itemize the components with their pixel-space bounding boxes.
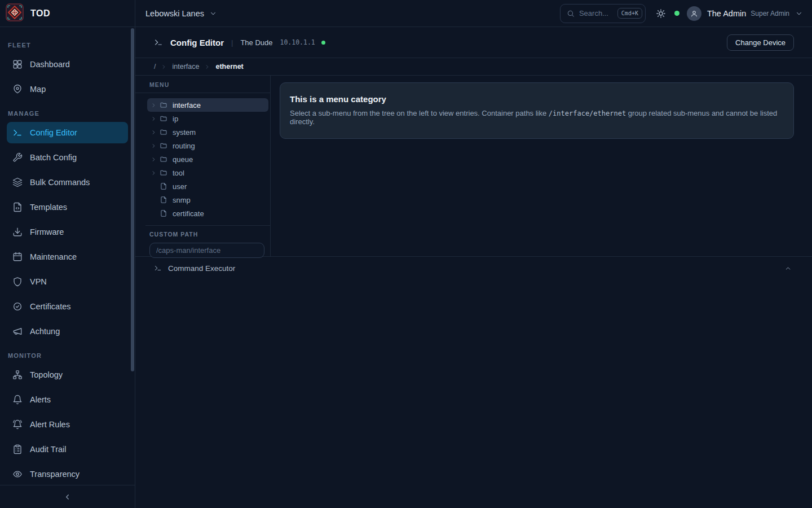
tree-item-routing[interactable]: routing [147, 139, 268, 152]
tree-item-label: snmp [173, 196, 191, 204]
search-icon [567, 10, 575, 17]
sidebar-item-label: Config Editor [30, 128, 77, 137]
theme-toggle-button[interactable] [656, 8, 666, 19]
separator: | [231, 38, 233, 47]
device-status-dot [321, 41, 325, 45]
bell-icon [12, 395, 23, 405]
sidebar-item-label: Batch Config [30, 153, 77, 162]
tree-item-system[interactable]: system [147, 125, 268, 139]
device-name: The Dude [240, 38, 272, 47]
tree-item-label: routing [173, 142, 195, 150]
command-executor-label: Command Executor [168, 264, 235, 273]
folder-icon [160, 128, 167, 136]
chevron-right-icon[interactable] [151, 170, 157, 176]
sidebar-item-achtung[interactable]: Achtung [7, 321, 128, 342]
chevron-right-icon[interactable] [151, 143, 157, 149]
command-executor-toggle-button[interactable] [784, 265, 792, 272]
breadcrumb-parent[interactable]: interface [172, 63, 199, 71]
tree-item-label: interface [173, 101, 201, 110]
user-menu[interactable]: The Admin Super Admin [679, 6, 803, 21]
breadcrumb-current: ethernet [215, 63, 243, 71]
app-root: TOD Lebowski Lanes Search... Cmd+K [0, 0, 812, 508]
sidebar-collapse-button[interactable] [63, 493, 72, 501]
change-device-button[interactable]: Change Device [727, 34, 794, 51]
sidebar-item-config-editor[interactable]: Config Editor [7, 122, 128, 143]
sidebar-item-label: Achtung [30, 327, 60, 336]
eye-icon [12, 469, 23, 479]
topbar: TOD Lebowski Lanes Search... Cmd+K [0, 0, 812, 27]
device-ip: 10.10.1.1 [280, 38, 315, 46]
search-placeholder: Search... [579, 9, 608, 17]
chevron-right-icon [161, 64, 167, 70]
terminal-icon [154, 38, 163, 47]
info-desc-text: Select a sub-menu from the tree on the l… [290, 109, 549, 117]
sidebar-item-alert-rules[interactable]: Alert Rules [7, 414, 128, 435]
device-header: Config Editor | The Dude 10.10.1.1 Chang… [135, 27, 812, 58]
tree-item-label: certificate [173, 209, 204, 218]
folder-icon [160, 101, 167, 109]
sidebar-item-map[interactable]: Map [7, 78, 128, 100]
sidebar-item-alerts[interactable]: Alerts [7, 389, 128, 410]
section-label-manage: MANAGE [0, 103, 135, 122]
bell-ring-icon [12, 419, 23, 430]
topbar-right: Search... Cmd+K The Admin Super Admin [560, 4, 803, 23]
sidebar-item-batch-config[interactable]: Batch Config [7, 147, 128, 168]
chevron-right-icon[interactable] [151, 102, 157, 108]
sidebar: FLEET Dashboard Map MANAGE Config Editor… [0, 27, 135, 508]
fleet-selector[interactable]: Lebowski Lanes [145, 9, 217, 18]
sidebar-item-bulk-commands[interactable]: Bulk Commands [7, 172, 128, 193]
sidebar-item-certificates[interactable]: Certificates [7, 296, 128, 317]
sidebar-item-label: Templates [30, 203, 67, 212]
tree-item-ip[interactable]: ip [147, 112, 268, 125]
sidebar-item-label: Certificates [30, 302, 71, 311]
info-card-title: This is a menu category [290, 94, 784, 104]
dashboard-icon [12, 59, 23, 69]
tree-item-tool[interactable]: tool [147, 166, 268, 179]
sidebar-item-topology[interactable]: Topology [7, 364, 128, 386]
tree-item-user[interactable]: user [147, 179, 268, 193]
sidebar-item-maintenance[interactable]: Maintenance [7, 246, 128, 268]
tree-item-queue[interactable]: queue [147, 152, 268, 166]
sidebar-item-firmware[interactable]: Firmware [7, 221, 128, 243]
sidebar-item-transparency[interactable]: Transparency [7, 463, 128, 485]
sidebar-item-dashboard[interactable]: Dashboard [7, 54, 128, 75]
sidebar-item-label: Topology [30, 370, 63, 379]
connection-status-dot [674, 11, 679, 16]
brand-logo-icon [6, 3, 24, 24]
chevron-right-icon[interactable] [151, 156, 157, 163]
tree-item-certificate[interactable]: certificate [147, 207, 268, 220]
sidebar-item-templates[interactable]: Templates [7, 196, 128, 218]
brand: TOD [0, 0, 135, 27]
sidebar-scrollbar[interactable] [131, 28, 134, 371]
network-icon [12, 370, 23, 380]
tree-item-snmp[interactable]: snmp [147, 193, 268, 207]
sidebar-item-label: VPN [30, 277, 47, 286]
sidebar-item-audit-trail[interactable]: Audit Trail [7, 439, 128, 460]
breadcrumb-root[interactable]: / [154, 63, 156, 71]
chevron-down-icon [209, 10, 217, 17]
topbar-main: Lebowski Lanes Search... Cmd+K The A [135, 0, 812, 27]
chevron-right-icon[interactable] [151, 129, 157, 135]
folder-icon [160, 169, 167, 177]
file-icon [160, 209, 167, 217]
wrench-icon [12, 152, 23, 163]
avatar [687, 6, 701, 21]
tree-item-interface[interactable]: interface [147, 98, 268, 112]
section-label-monitor: MONITOR [0, 345, 135, 364]
sidebar-item-label: Map [30, 85, 46, 94]
calendar-icon [12, 252, 23, 262]
tree-item-label: queue [173, 155, 193, 164]
info-desc-path-code: /interface/ethernet [549, 110, 626, 117]
sidebar-nav: FLEET Dashboard Map MANAGE Config Editor… [0, 27, 135, 485]
file-icon [160, 182, 167, 190]
sidebar-item-vpn[interactable]: VPN [7, 271, 128, 292]
terminal-icon [12, 128, 23, 138]
custom-path-input[interactable] [149, 243, 264, 258]
search-input[interactable]: Search... Cmd+K [560, 4, 646, 23]
megaphone-icon [12, 326, 23, 336]
chevron-right-icon[interactable] [151, 116, 157, 122]
terminal-icon [154, 264, 162, 272]
menu-category-info-card: This is a menu category Select a sub-men… [280, 82, 794, 139]
user-icon [690, 10, 698, 17]
download-icon [12, 227, 23, 237]
